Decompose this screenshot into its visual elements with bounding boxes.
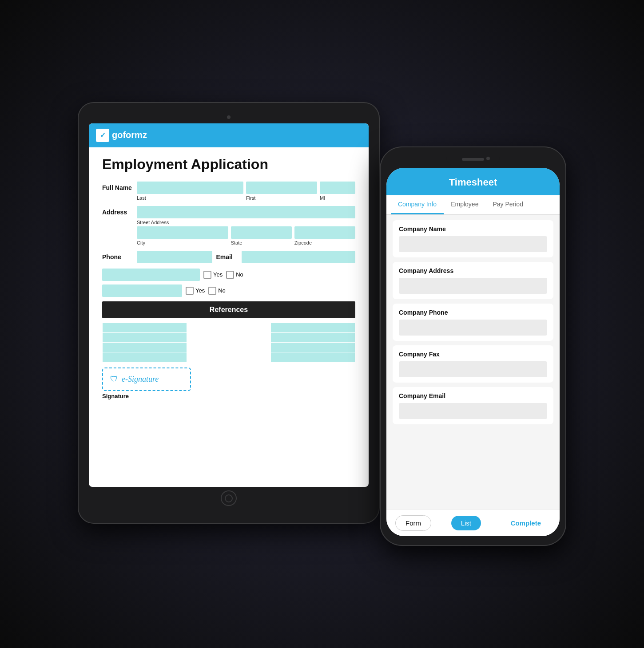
city-state-zip-labels: City State Zipcode <box>137 240 355 245</box>
ref-row-1 <box>103 332 355 342</box>
esignature-text: e-Signature <box>122 375 159 384</box>
checkbox-row-1: Yes No <box>102 269 355 281</box>
no-label-1: No <box>236 271 243 278</box>
first-sub-label: First <box>246 195 317 201</box>
tablet-screen: ✓ goformz Employment Application Full Na… <box>89 123 369 487</box>
signature-area[interactable]: 🛡 e-Signature <box>102 367 191 391</box>
company-address-label: Company Address <box>399 267 547 274</box>
yes-checkbox-1[interactable]: Yes <box>203 271 223 279</box>
yes-box-2[interactable] <box>186 287 194 295</box>
no-label-2: No <box>218 287 226 294</box>
email-input[interactable] <box>242 251 355 263</box>
phone-header: Timesheet <box>386 168 560 195</box>
logo-text: goformz <box>112 130 147 140</box>
full-name-label: Full Name <box>102 182 133 191</box>
references-bar: References <box>102 301 355 318</box>
ref-header-1 <box>103 323 187 332</box>
address-fields: Street Address City State Zipcode <box>137 206 355 245</box>
address-row: Address Street Address City <box>102 206 355 245</box>
goformz-logo: ✓ goformz <box>96 129 147 142</box>
mi-input[interactable] <box>320 182 355 194</box>
company-address-input[interactable] <box>399 278 547 294</box>
phone-camera <box>486 157 490 160</box>
last-sub-label: Last <box>137 195 243 201</box>
state-input[interactable] <box>231 226 292 239</box>
phone-input[interactable] <box>137 251 212 263</box>
tab-employee[interactable]: Employee <box>444 195 485 214</box>
list-button[interactable]: List <box>451 516 481 530</box>
city-input[interactable] <box>137 226 228 239</box>
zipcode-label: Zipcode <box>294 240 355 245</box>
logo-icon: ✓ <box>96 129 109 142</box>
street-label: Street Address <box>137 220 355 225</box>
state-label: State <box>231 240 292 245</box>
zipcode-input[interactable] <box>294 226 355 239</box>
phone-device: Timesheet Company Info Employee Pay Peri… <box>380 146 566 546</box>
form-button[interactable]: Form <box>395 515 431 531</box>
yes-box-1[interactable] <box>203 271 211 279</box>
company-name-input[interactable] <box>399 236 547 252</box>
ref-row-2 <box>103 342 355 352</box>
yes-label-2: Yes <box>195 287 205 294</box>
scene: ✓ goformz Employment Application Full Na… <box>78 80 566 568</box>
ref-cell-1-2 <box>187 332 271 342</box>
yes-label-1: Yes <box>213 271 223 278</box>
first-name-input[interactable] <box>246 182 317 194</box>
phone-email-row: Phone Email <box>102 251 355 263</box>
address-label: Address <box>102 206 133 216</box>
no-checkbox-2[interactable]: No <box>208 287 226 295</box>
company-email-card: Company Email <box>393 387 553 424</box>
full-name-fields: Last First MI <box>137 182 355 201</box>
tab-pay-period[interactable]: Pay Period <box>485 195 530 214</box>
tablet-home-inner <box>225 494 233 502</box>
name-sub-labels: Last First MI <box>137 195 355 201</box>
no-box-2[interactable] <box>208 287 216 295</box>
ref-header-2 <box>187 323 271 332</box>
company-phone-label: Company Phone <box>399 309 547 316</box>
phone-bottom-bar: Form List Complete <box>386 510 560 536</box>
company-address-card: Company Address <box>393 262 553 299</box>
phone-screen: Timesheet Company Info Employee Pay Peri… <box>386 168 560 536</box>
company-fax-input[interactable] <box>399 361 547 377</box>
complete-button[interactable]: Complete <box>501 516 551 530</box>
company-fax-card: Company Fax <box>393 345 553 383</box>
checkbox-field-1[interactable] <box>102 269 200 281</box>
references-table <box>102 323 355 362</box>
street-sub-label: Street Address <box>137 220 355 225</box>
ref-row-3 <box>103 352 355 362</box>
phone-tabs: Company Info Employee Pay Period <box>386 195 560 215</box>
ref-cell-2-1 <box>103 342 187 352</box>
city-label: City <box>137 240 228 245</box>
tablet-content: Employment Application Full Name Last Fi… <box>89 147 369 487</box>
full-name-row: Full Name Last First MI <box>102 182 355 201</box>
ref-row-header <box>103 323 355 332</box>
ref-cell-3-3 <box>271 352 355 362</box>
signature-label: Signature <box>102 393 355 399</box>
tablet-home-button[interactable] <box>221 490 237 506</box>
company-name-card: Company Name <box>393 220 553 257</box>
phone-label: Phone <box>102 251 133 261</box>
ref-cell-2-2 <box>187 342 271 352</box>
company-email-input[interactable] <box>399 403 547 419</box>
phone-speaker <box>462 158 484 161</box>
company-email-label: Company Email <box>399 392 547 399</box>
tab-company-info[interactable]: Company Info <box>391 195 444 214</box>
ref-cell-2-3 <box>271 342 355 352</box>
tablet-device: ✓ goformz Employment Application Full Na… <box>78 102 380 524</box>
street-address-input[interactable] <box>137 206 355 218</box>
ref-cell-1-3 <box>271 332 355 342</box>
checkbox-field-2[interactable] <box>102 284 182 297</box>
checkbox-row-2: Yes No <box>102 284 355 297</box>
company-fax-label: Company Fax <box>399 351 547 358</box>
no-box-1[interactable] <box>226 271 234 279</box>
ref-cell-3-1 <box>103 352 187 362</box>
company-phone-card: Company Phone <box>393 304 553 341</box>
yes-checkbox-2[interactable]: Yes <box>186 287 205 295</box>
company-name-label: Company Name <box>399 225 547 233</box>
city-state-zip-inputs <box>137 226 355 239</box>
last-name-input[interactable] <box>137 182 243 194</box>
company-phone-input[interactable] <box>399 320 547 336</box>
no-checkbox-1[interactable]: No <box>226 271 243 279</box>
ref-header-3 <box>271 323 355 332</box>
tablet-camera <box>227 115 231 119</box>
